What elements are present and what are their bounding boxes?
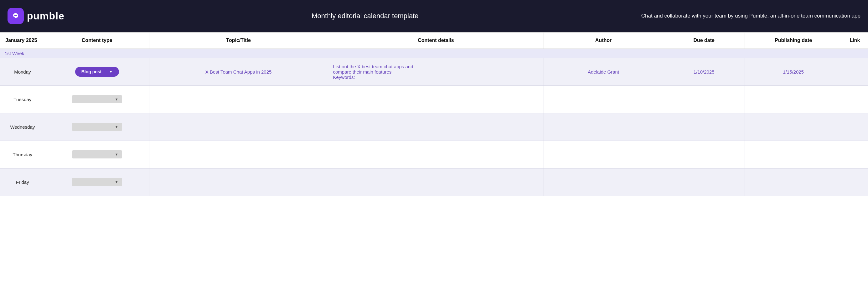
author-cell-Monday: Adelaide Grant	[544, 58, 663, 86]
page-title: Monthly editorial calendar template	[89, 12, 641, 20]
logo-text: pumble	[27, 10, 64, 22]
col-header-details: Content details	[328, 32, 544, 49]
col-header-pub-date: Publishing date	[745, 32, 842, 49]
link-cell-Wednesday[interactable]	[842, 113, 868, 141]
day-name-Wednesday: Wednesday	[0, 113, 45, 141]
col-header-author: Author	[544, 32, 663, 49]
details-cell-Tuesday	[328, 86, 544, 113]
dropdown-arrow: ▼	[115, 97, 118, 101]
pub-date-cell-Tuesday	[745, 86, 842, 113]
pub-date-cell-Monday: 1/15/2025	[745, 58, 842, 86]
dropdown-arrow: ▼	[109, 70, 113, 73]
empty-dropdown-Thursday[interactable]: ▼	[72, 150, 122, 158]
details-line1: List out the X best team chat apps and	[333, 64, 413, 69]
link-cell-Thursday[interactable]	[842, 141, 868, 168]
topic-cell-Monday: X Best Team Chat Apps in 2025	[149, 58, 328, 86]
due-date-cell-Friday	[663, 168, 745, 196]
details-cell-Monday: List out the X best team chat apps andco…	[328, 58, 544, 86]
author-cell-Wednesday	[544, 113, 663, 141]
topic-cell-Thursday	[149, 141, 328, 168]
due-date-cell-Thursday	[663, 141, 745, 168]
link-cell-Friday[interactable]	[842, 168, 868, 196]
day-row-1st-Week-Monday: MondayBlog post▼X Best Team Chat Apps in…	[0, 58, 868, 86]
blog-post-label: Blog post	[82, 69, 102, 74]
day-name-Thursday: Thursday	[0, 141, 45, 168]
day-row-1st-Week-Wednesday: Wednesday▼	[0, 113, 868, 141]
author-cell-Tuesday	[544, 86, 663, 113]
calendar-table: January 2025 Content type Topic/Title Co…	[0, 32, 868, 196]
content-type-cell-Friday[interactable]: ▼	[45, 168, 149, 196]
content-type-cell-Monday[interactable]: Blog post▼	[45, 58, 149, 86]
details-cell-Friday	[328, 168, 544, 196]
details-line3: Keywords:	[333, 74, 355, 80]
header-cta[interactable]: Chat and collaborate with your team by u…	[641, 13, 861, 19]
week-label-0: 1st Week	[0, 49, 868, 58]
col-header-content-type: Content type	[45, 32, 149, 49]
app-header: pumble Monthly editorial calendar templa…	[0, 0, 868, 32]
day-row-1st-Week-Tuesday: Tuesday▼	[0, 86, 868, 113]
col-header-due-date: Due date	[663, 32, 745, 49]
due-date-cell-Tuesday	[663, 86, 745, 113]
calendar-body: 1st WeekMondayBlog post▼X Best Team Chat…	[0, 49, 868, 196]
dropdown-arrow: ▼	[115, 125, 118, 129]
link-cell-Tuesday[interactable]	[842, 86, 868, 113]
col-header-link: Link	[842, 32, 868, 49]
author-cell-Friday	[544, 168, 663, 196]
svg-point-2	[16, 16, 16, 16]
week-row-0: 1st Week	[0, 49, 868, 58]
content-type-cell-Wednesday[interactable]: ▼	[45, 113, 149, 141]
empty-dropdown-Tuesday[interactable]: ▼	[72, 95, 122, 103]
blog-post-dropdown[interactable]: Blog post▼	[75, 67, 119, 77]
svg-point-1	[14, 16, 16, 16]
day-row-1st-Week-Friday: Friday▼	[0, 168, 868, 196]
pub-date-cell-Thursday	[745, 141, 842, 168]
day-name-Friday: Friday	[0, 168, 45, 196]
day-row-1st-Week-Thursday: Thursday▼	[0, 141, 868, 168]
author-cell-Thursday	[544, 141, 663, 168]
details-cell-Wednesday	[328, 113, 544, 141]
svg-point-3	[16, 16, 17, 16]
pumble-logo-icon	[7, 8, 24, 24]
details-cell-Thursday	[328, 141, 544, 168]
due-date-cell-Wednesday	[663, 113, 745, 141]
topic-cell-Friday	[149, 168, 328, 196]
dropdown-arrow: ▼	[115, 180, 118, 184]
pub-date-cell-Friday	[745, 168, 842, 196]
content-type-cell-Thursday[interactable]: ▼	[45, 141, 149, 168]
topic-cell-Wednesday	[149, 113, 328, 141]
due-date-cell-Monday: 1/10/2025	[663, 58, 745, 86]
col-header-topic: Topic/Title	[149, 32, 328, 49]
dropdown-arrow: ▼	[115, 152, 118, 156]
empty-dropdown-Wednesday[interactable]: ▼	[72, 123, 122, 131]
content-type-cell-Tuesday[interactable]: ▼	[45, 86, 149, 113]
details-line2: compare their main features	[333, 69, 392, 74]
col-header-month: January 2025	[0, 32, 45, 49]
day-name-Tuesday: Tuesday	[0, 86, 45, 113]
empty-dropdown-Friday[interactable]: ▼	[72, 178, 122, 186]
logo-area: pumble	[7, 8, 89, 24]
cta-link[interactable]: Chat and collaborate with your team by u…	[641, 13, 770, 19]
topic-cell-Tuesday	[149, 86, 328, 113]
link-cell-Monday[interactable]	[842, 58, 868, 86]
column-header-row: January 2025 Content type Topic/Title Co…	[0, 32, 868, 49]
pub-date-cell-Wednesday	[745, 113, 842, 141]
day-name-Monday: Monday	[0, 58, 45, 86]
